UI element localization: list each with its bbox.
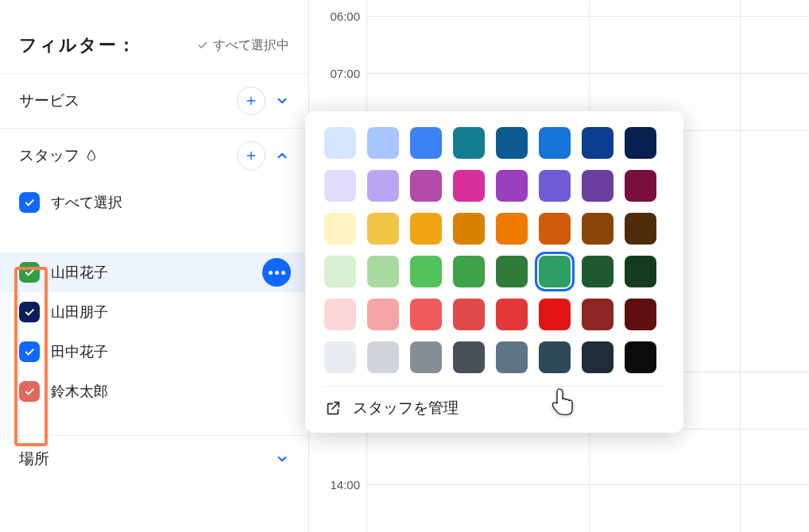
color-swatch[interactable] <box>582 213 614 245</box>
color-swatch[interactable] <box>496 170 528 202</box>
dots-icon <box>269 271 285 275</box>
color-swatch[interactable] <box>367 256 399 287</box>
color-swatch[interactable] <box>496 127 528 159</box>
color-swatch[interactable] <box>625 341 656 373</box>
check-icon <box>197 40 208 51</box>
filter-header: フィルター： すべて選択中 <box>0 0 308 73</box>
time-label: 06:00 <box>330 10 360 23</box>
staff-name: 山田朋子 <box>51 303 108 322</box>
chevron-up-icon[interactable] <box>275 148 289 163</box>
section-service[interactable]: サービス <box>0 73 308 128</box>
staff-list: すべて選択 山田花子 山田朋子 田中花子 鈴木太郎 <box>0 183 308 411</box>
plus-icon <box>245 94 257 107</box>
color-swatch[interactable] <box>453 213 485 245</box>
section-service-label: サービス <box>19 91 79 111</box>
staff-all-label: すべて選択 <box>51 193 122 212</box>
color-swatch[interactable] <box>625 127 656 159</box>
time-label: 14:00 <box>330 478 360 492</box>
section-staff-label: スタッフ <box>19 145 99 166</box>
color-swatch[interactable] <box>625 256 656 287</box>
color-picker-popup: スタッフを管理 <box>305 111 683 433</box>
manage-staff-link[interactable]: スタッフを管理 <box>324 386 664 418</box>
color-swatch[interactable] <box>410 299 442 330</box>
plus-icon <box>245 149 257 162</box>
section-staff[interactable]: スタッフ <box>0 128 308 183</box>
color-swatch[interactable] <box>539 256 571 287</box>
color-swatch[interactable] <box>625 213 656 245</box>
section-location-label: 場所 <box>19 449 49 469</box>
color-swatch[interactable] <box>367 299 399 330</box>
color-swatch[interactable] <box>582 170 614 202</box>
color-swatch[interactable] <box>367 170 399 202</box>
color-swatch[interactable] <box>539 299 571 330</box>
color-swatch[interactable] <box>539 213 571 245</box>
color-swatch[interactable] <box>582 299 614 330</box>
color-swatch[interactable] <box>582 127 614 159</box>
color-swatch[interactable] <box>324 213 356 245</box>
staff-name: 鈴木太郎 <box>51 382 108 401</box>
color-swatch[interactable] <box>539 170 571 202</box>
color-swatch[interactable] <box>367 213 399 245</box>
chevron-down-icon[interactable] <box>275 452 289 466</box>
checkbox-icon[interactable] <box>19 341 40 362</box>
section-location[interactable]: 場所 <box>0 435 308 482</box>
chevron-down-icon[interactable] <box>275 94 289 108</box>
color-swatch[interactable] <box>410 341 442 373</box>
swatch-grid <box>324 127 664 373</box>
color-swatch[interactable] <box>625 170 656 202</box>
staff-item[interactable]: 田中花子 <box>0 332 308 372</box>
staff-name: 山田花子 <box>51 263 108 282</box>
section-staff-controls <box>237 141 289 170</box>
color-swatch[interactable] <box>324 256 356 287</box>
color-swatch[interactable] <box>453 256 485 287</box>
section-service-controls <box>237 87 289 115</box>
color-swatch[interactable] <box>324 341 356 373</box>
sidebar: フィルター： すべて選択中 サービス スタッフ すべて選択 <box>0 0 309 532</box>
color-swatch[interactable] <box>324 170 356 202</box>
color-swatch[interactable] <box>453 341 485 373</box>
add-service-button[interactable] <box>237 87 265 115</box>
add-staff-button[interactable] <box>237 141 265 170</box>
staff-item[interactable]: 山田花子 <box>0 253 308 292</box>
color-swatch[interactable] <box>367 127 399 159</box>
manage-staff-label: スタッフを管理 <box>353 398 459 418</box>
color-swatch[interactable] <box>496 341 528 373</box>
color-swatch[interactable] <box>367 341 399 373</box>
color-swatch[interactable] <box>453 170 485 202</box>
color-swatch[interactable] <box>410 256 442 287</box>
color-swatch[interactable] <box>582 256 614 287</box>
staff-select-all[interactable]: すべて選択 <box>0 183 308 222</box>
select-all-label: すべて選択中 <box>213 37 289 54</box>
checkbox-icon[interactable] <box>19 262 40 283</box>
checkbox-icon[interactable] <box>19 192 40 213</box>
staff-item[interactable]: 鈴木太郎 <box>0 372 308 411</box>
more-button[interactable] <box>262 258 291 287</box>
color-swatch[interactable] <box>539 341 571 373</box>
color-swatch[interactable] <box>324 299 356 330</box>
checkbox-icon[interactable] <box>19 381 40 402</box>
color-swatch[interactable] <box>453 299 485 330</box>
color-swatch[interactable] <box>410 213 442 245</box>
color-swatch[interactable] <box>625 299 656 330</box>
color-swatch[interactable] <box>496 213 528 245</box>
color-swatch[interactable] <box>324 127 356 159</box>
color-swatch[interactable] <box>410 127 442 159</box>
select-all-status[interactable]: すべて選択中 <box>197 37 289 54</box>
color-swatch[interactable] <box>410 170 442 202</box>
staff-item[interactable]: 山田朋子 <box>0 292 308 332</box>
staff-name: 田中花子 <box>51 342 108 361</box>
water-drop-icon <box>84 148 99 163</box>
color-swatch[interactable] <box>496 256 528 287</box>
filter-title: フィルター： <box>19 33 137 57</box>
color-swatch[interactable] <box>496 299 528 330</box>
checkbox-icon[interactable] <box>19 302 40 322</box>
time-label: 07:00 <box>330 67 360 80</box>
color-swatch[interactable] <box>539 127 571 159</box>
external-link-icon <box>324 399 342 417</box>
color-swatch[interactable] <box>453 127 485 159</box>
color-swatch[interactable] <box>582 341 614 373</box>
